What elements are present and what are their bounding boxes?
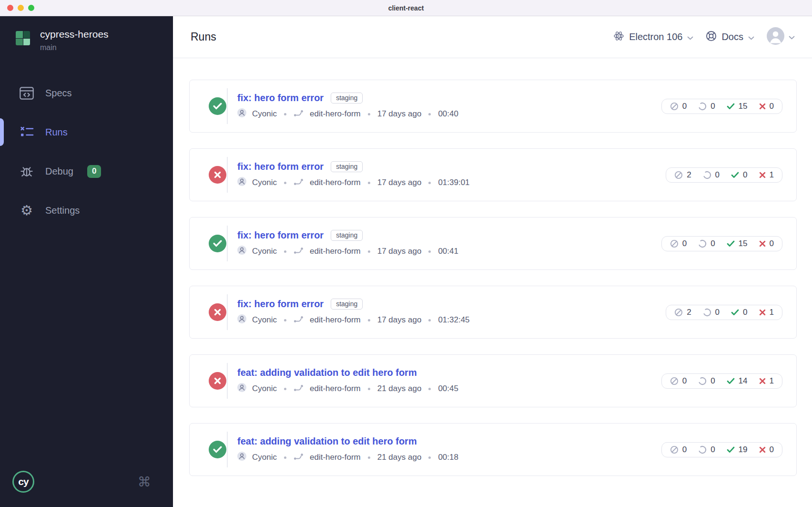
run-card[interactable]: fix: hero form error staging Cyonic [189, 148, 797, 201]
run-duration: 00:18 [438, 453, 458, 462]
sidebar-item-label: Debug [45, 166, 73, 177]
author-avatar-icon [237, 383, 246, 394]
run-status-icon [209, 372, 226, 390]
run-author: Cyonic [252, 315, 277, 325]
dot-separator [428, 182, 431, 184]
run-result-counts: 0 0 15 0 [661, 236, 782, 251]
run-card[interactable]: feat: adding validation to edit hero for… [189, 423, 797, 476]
pending-icon [703, 308, 711, 317]
skipped-count: 2 [674, 170, 691, 180]
run-title-link[interactable]: fix: hero form error [237, 161, 324, 172]
run-status-icon [209, 235, 226, 252]
passed-count: 0 [731, 308, 747, 317]
browser-selector[interactable]: Electron 106 [613, 31, 693, 44]
passed-check-icon [727, 103, 735, 110]
run-duration: 01:32:45 [438, 315, 469, 325]
passed-check-icon [727, 378, 735, 384]
sidebar-item-label: Specs [45, 88, 72, 99]
failed-count: 1 [759, 170, 774, 180]
run-result-counts: 2 0 0 1 [666, 167, 782, 183]
skipped-count: 0 [670, 102, 687, 111]
dot-separator [368, 250, 370, 253]
sidebar-item-label: Runs [45, 127, 68, 138]
dot-separator [368, 319, 370, 321]
chevron-down-icon [687, 31, 693, 42]
author-avatar-icon [237, 108, 246, 120]
keyboard-shortcuts-icon[interactable]: ⌘ [138, 474, 151, 490]
passed-check-icon [727, 240, 735, 247]
pending-icon [698, 239, 707, 248]
run-age: 17 days ago [377, 247, 422, 256]
branch-icon [294, 178, 304, 188]
failed-count: 1 [759, 308, 774, 317]
author-avatar-icon [237, 314, 246, 326]
passed-count: 15 [727, 102, 748, 111]
run-tag: staging [331, 230, 363, 241]
run-card[interactable]: fix: hero form error staging Cyonic [189, 80, 797, 133]
dot-separator [428, 319, 431, 321]
pending-count: 0 [698, 376, 715, 386]
run-status-icon [209, 441, 226, 458]
run-duration: 01:39:01 [438, 178, 469, 187]
run-author: Cyonic [252, 178, 277, 187]
runs-icon [19, 126, 34, 138]
run-tag: staging [331, 93, 363, 103]
dot-separator [284, 182, 286, 184]
run-title-link[interactable]: fix: hero form error [237, 93, 324, 103]
author-avatar-icon [237, 246, 246, 257]
run-card[interactable]: feat: adding validation to edit hero for… [189, 354, 797, 407]
avatar [767, 27, 784, 47]
pending-icon [698, 377, 707, 385]
sidebar-item-runs[interactable]: Runs [0, 119, 173, 145]
run-author: Cyonic [252, 109, 277, 119]
failed-count: 0 [759, 445, 774, 455]
dot-separator [368, 388, 370, 390]
run-card[interactable]: fix: hero form error staging Cyonic [189, 286, 797, 339]
failed-x-icon [759, 309, 766, 316]
run-title-link[interactable]: feat: adding validation to edit hero for… [237, 436, 417, 447]
skipped-count: 0 [670, 239, 687, 248]
dot-separator [284, 113, 286, 115]
sidebar-item-debug[interactable]: Debug 0 [0, 158, 173, 185]
run-card[interactable]: fix: hero form error staging Cyonic [189, 217, 797, 270]
passed-count: 15 [727, 239, 748, 248]
run-result-counts: 0 0 19 0 [661, 442, 782, 457]
active-indicator [0, 118, 4, 146]
debug-icon [19, 165, 34, 178]
minimize-window-button[interactable] [18, 5, 24, 11]
failed-count: 0 [759, 239, 774, 248]
passed-check-icon [731, 309, 739, 316]
settings-gear-icon: ⚙ [19, 204, 34, 217]
run-title-link[interactable]: feat: adding validation to edit hero for… [237, 367, 417, 378]
sidebar-item-settings[interactable]: ⚙ Settings [0, 197, 173, 224]
failed-x-icon [759, 172, 766, 178]
run-title-link[interactable]: fix: hero form error [237, 299, 324, 310]
run-tag: staging [331, 161, 363, 172]
skipped-count: 0 [670, 376, 687, 386]
cypress-logo[interactable]: cy [12, 471, 34, 493]
zoom-window-button[interactable] [28, 5, 34, 11]
project-branch: main [40, 43, 109, 52]
docs-menu[interactable]: Docs [706, 31, 754, 44]
pending-icon [703, 171, 711, 179]
traffic-lights [7, 0, 34, 16]
close-window-button[interactable] [7, 5, 13, 11]
run-age: 17 days ago [377, 315, 422, 325]
run-author: Cyonic [252, 384, 277, 393]
sidebar-item-specs[interactable]: Specs [0, 80, 173, 106]
passed-check-icon [731, 172, 739, 178]
skipped-icon [670, 239, 679, 248]
run-title-link[interactable]: fix: hero form error [237, 230, 324, 241]
run-branch: edit-hero-form [310, 247, 361, 256]
run-status-icon [209, 97, 226, 115]
user-menu[interactable] [767, 27, 795, 47]
chevron-down-icon [748, 31, 754, 42]
dot-separator [284, 250, 286, 253]
pending-icon [698, 102, 707, 111]
run-result-counts: 2 0 0 1 [666, 305, 782, 320]
failed-count: 0 [759, 102, 774, 111]
failed-x-icon [759, 378, 766, 384]
project-switcher[interactable]: cypress-heroes main [0, 16, 173, 52]
run-duration: 00:41 [438, 247, 458, 256]
skipped-count: 0 [670, 445, 687, 455]
